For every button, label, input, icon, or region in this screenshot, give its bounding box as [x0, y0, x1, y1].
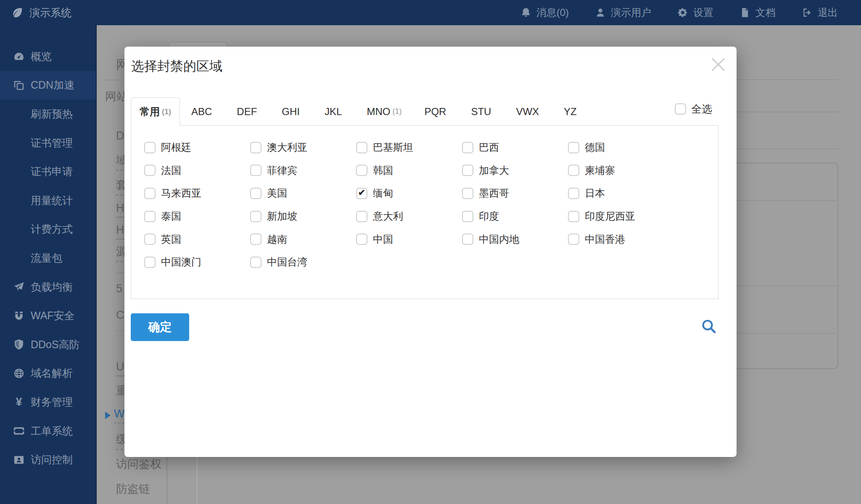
region-checkbox-item[interactable]: ✔ 韩国 — [356, 159, 462, 182]
region-checkbox-item[interactable]: ✔ 缅甸 — [356, 182, 462, 205]
sidebar-item[interactable]: 概览 — [0, 42, 96, 71]
region-checkbox[interactable]: ✔ — [144, 211, 156, 222]
tab[interactable]: PQR — [413, 97, 460, 126]
region-checkbox[interactable]: ✔ — [144, 142, 156, 153]
select-all-checkbox[interactable]: ✔ — [675, 103, 686, 115]
region-checkbox-item[interactable]: ✔ 墨西哥 — [462, 182, 568, 205]
tab[interactable]: GHI — [270, 97, 313, 126]
tab[interactable]: 常用(1) — [131, 97, 180, 126]
sidebar-item[interactable]: CDN加速 — [0, 71, 96, 100]
tab[interactable]: YZ — [552, 97, 590, 126]
sidebar-item[interactable]: 负载均衡 — [0, 273, 96, 302]
region-checkbox-item[interactable]: ✔ 印度 — [462, 205, 568, 228]
region-checkbox-item[interactable]: ✔ 柬埔寨 — [568, 159, 674, 182]
region-checkbox[interactable]: ✔ — [250, 257, 261, 268]
sidebar-item[interactable]: 用量统计 — [0, 186, 96, 215]
region-checkbox-item[interactable]: ✔ 澳大利亚 — [250, 136, 356, 159]
region-checkbox[interactable]: ✔ — [356, 188, 367, 199]
region-checkbox-item[interactable]: ✔ 泰国 — [144, 205, 250, 228]
region-checkbox[interactable]: ✔ — [144, 234, 156, 245]
region-checkbox-item[interactable]: ✔ 巴基斯坦 — [356, 136, 462, 159]
tabs-bar: 常用(1) ABC DEF GHI JKL MNO(1) PQR STU VWX… — [131, 97, 590, 126]
region-checkbox[interactable]: ✔ — [462, 211, 473, 222]
confirm-button[interactable]: 确定 — [131, 313, 189, 341]
sidebar-item[interactable]: ¥ 财务管理 — [0, 388, 96, 417]
topbar-menu-item[interactable]: 文档 — [726, 6, 789, 19]
region-checkbox[interactable]: ✔ — [144, 257, 156, 268]
topbar-menu-item[interactable]: 演示用户 — [582, 6, 664, 19]
region-checkbox[interactable]: ✔ — [250, 188, 261, 199]
region-checkbox[interactable]: ✔ — [250, 211, 261, 222]
region-checkbox-item[interactable]: ✔ 德国 — [568, 136, 674, 159]
region-checkbox-item[interactable]: ✔ 马来西亚 — [144, 182, 250, 205]
topbar-menu-item[interactable]: 退出 — [789, 6, 851, 19]
sidebar-item[interactable]: 刷新预热 — [0, 100, 96, 129]
sidebar-item[interactable]: 工单系统 — [0, 417, 96, 446]
region-checkbox[interactable]: ✔ — [250, 165, 261, 176]
region-label: 印度 — [479, 210, 499, 223]
brand[interactable]: 演示系统 — [0, 6, 71, 20]
region-checkbox-item[interactable]: ✔ 中国台湾 — [250, 251, 356, 274]
region-checkbox[interactable]: ✔ — [250, 142, 261, 153]
background-partial-text: W — [105, 407, 124, 423]
region-checkbox[interactable]: ✔ — [356, 211, 367, 222]
region-checkbox-item[interactable]: ✔ 日本 — [568, 182, 674, 205]
region-checkbox[interactable]: ✔ — [250, 234, 261, 245]
close-icon[interactable] — [709, 55, 728, 74]
region-checkbox[interactable]: ✔ — [356, 165, 367, 176]
tab[interactable]: VWX — [504, 97, 552, 126]
tab[interactable]: MNO(1) — [355, 97, 413, 126]
document-icon — [740, 7, 750, 18]
region-checkbox[interactable]: ✔ — [462, 234, 473, 245]
tab[interactable]: ABC — [180, 97, 225, 126]
select-all[interactable]: ✔ 全选 — [675, 102, 712, 116]
sidebar-item[interactable]: 域名解析 — [0, 359, 96, 388]
region-label: 缅甸 — [373, 186, 393, 200]
region-checkbox-item[interactable]: ✔ 法国 — [144, 159, 250, 182]
region-checkbox[interactable]: ✔ — [462, 142, 473, 153]
tab[interactable]: DEF — [225, 97, 270, 126]
region-checkbox-item[interactable]: ✔ 英国 — [144, 228, 250, 251]
search-icon[interactable] — [700, 318, 717, 335]
region-checkbox[interactable]: ✔ — [568, 165, 579, 176]
region-checkbox[interactable]: ✔ — [462, 188, 473, 199]
region-checkbox[interactable]: ✔ — [568, 188, 579, 199]
region-checkbox[interactable]: ✔ — [568, 234, 579, 245]
background-partial-text: 访问鉴权 — [116, 457, 161, 472]
region-checkbox-item[interactable]: ✔ 阿根廷 — [144, 136, 250, 159]
topbar-menu-item[interactable]: 设置 — [664, 6, 726, 19]
region-checkbox[interactable]: ✔ — [144, 188, 156, 199]
region-checkbox-item[interactable]: ✔ 新加坡 — [250, 205, 356, 228]
region-checkbox-item[interactable]: ✔ 中国澳门 — [144, 251, 250, 274]
region-checkbox-item[interactable]: ✔ 意大利 — [356, 205, 462, 228]
region-checkbox[interactable]: ✔ — [568, 142, 579, 153]
region-checkbox-item[interactable]: ✔ 中国香港 — [568, 228, 674, 251]
sidebar-item[interactable]: 证书申请 — [0, 157, 96, 186]
sidebar-item[interactable]: WAF安全 — [0, 301, 96, 330]
region-checkbox[interactable]: ✔ — [356, 142, 367, 153]
region-checkbox[interactable]: ✔ — [568, 211, 579, 222]
sidebar-item[interactable]: 流量包 — [0, 244, 96, 273]
background-scrollbar[interactable] — [197, 457, 198, 504]
region-checkbox[interactable]: ✔ — [144, 165, 156, 176]
region-checkbox-item[interactable]: ✔ 菲律宾 — [250, 159, 356, 182]
region-checkbox[interactable]: ✔ — [462, 165, 473, 176]
region-label: 中国台湾 — [267, 255, 307, 269]
topbar-menu-item[interactable]: 消息(0) — [507, 6, 582, 19]
sidebar-item[interactable]: DDoS高防 — [0, 330, 96, 359]
region-checkbox-item[interactable]: ✔ 越南 — [250, 228, 356, 251]
region-label: 越南 — [267, 233, 287, 246]
tab[interactable]: JKL — [313, 97, 355, 126]
background-partial-text: U — [116, 360, 124, 376]
region-checkbox-item[interactable]: ✔ 加拿大 — [462, 159, 568, 182]
region-checkbox[interactable]: ✔ — [356, 234, 367, 245]
sidebar-item[interactable]: 计费方式 — [0, 215, 96, 244]
sidebar-item[interactable]: 证书管理 — [0, 129, 96, 158]
region-checkbox-item[interactable]: ✔ 美国 — [250, 182, 356, 205]
region-checkbox-item[interactable]: ✔ 巴西 — [462, 136, 568, 159]
region-checkbox-item[interactable]: ✔ 印度尼西亚 — [568, 205, 674, 228]
region-checkbox-item[interactable]: ✔ 中国内地 — [462, 228, 568, 251]
region-checkbox-item[interactable]: ✔ 中国 — [356, 228, 462, 251]
tab[interactable]: STU — [460, 97, 504, 126]
sidebar-item[interactable]: 访问控制 — [0, 445, 96, 474]
